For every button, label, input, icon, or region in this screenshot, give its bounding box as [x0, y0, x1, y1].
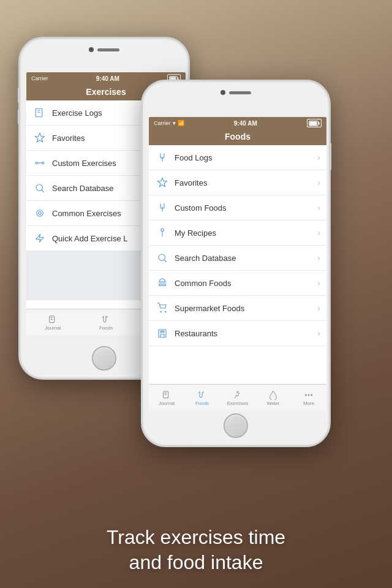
tab-journal-food[interactable]: Journal [149, 390, 184, 406]
building-icon [155, 326, 170, 341]
tab-more-food-label: More [303, 401, 314, 406]
lightning-icon [32, 231, 47, 246]
svg-rect-9 [42, 162, 44, 164]
search-icon-food [155, 251, 170, 265]
common-foods-label: Common Foods [175, 279, 317, 288]
chevron-favorites-food: › [317, 178, 320, 187]
favorites-food-label: Favorites [175, 178, 317, 187]
tab-water-food-label: Water [266, 401, 279, 406]
svg-point-36 [237, 391, 239, 393]
svg-rect-20 [310, 121, 317, 125]
svg-point-24 [161, 228, 164, 232]
promo-line2: and food intake [129, 551, 263, 573]
chevron-supermarket: › [317, 303, 320, 313]
carrier-back: Carrier [31, 75, 48, 81]
svg-point-28 [160, 311, 162, 312]
chevron-my-recipes: › [317, 228, 320, 238]
restaurants-label: Restaurants [175, 329, 317, 338]
svg-line-11 [42, 190, 44, 192]
svg-marker-22 [158, 178, 167, 187]
svg-point-38 [308, 394, 309, 396]
tab-foods-ex-label: Foods [99, 325, 113, 331]
tab-foods-ex[interactable]: Foods [80, 315, 133, 331]
svg-line-27 [164, 260, 167, 262]
status-bar-front: Carrier ▾ 📶 9:40 AM [149, 117, 326, 128]
svg-point-26 [159, 254, 165, 261]
time-front: 9:40 AM [234, 120, 257, 127]
svg-point-39 [311, 394, 312, 396]
phone-foods: Carrier ▾ 📶 9:40 AM Foods [141, 80, 331, 447]
search-icon-ex [32, 181, 47, 195]
fork2-icon [155, 200, 170, 215]
chevron-restaurants: › [317, 328, 320, 338]
list-item-custom-foods[interactable]: Custom Foods › [149, 195, 326, 221]
tab-water-food[interactable]: Water [255, 390, 291, 406]
svg-rect-31 [160, 331, 162, 332]
list-item-common-foods[interactable]: Common Foods › [149, 271, 326, 296]
nav-title-foods: Foods [225, 132, 251, 141]
battery-front [307, 119, 322, 127]
tab-exercises-food[interactable]: Exercises [220, 390, 255, 406]
chevron-search-db: › [317, 253, 320, 263]
tab-journal-food-label: Journal [159, 401, 175, 406]
nav-title-exercises: Exercises [86, 87, 126, 97]
tab-foods-food[interactable]: Foods [184, 390, 220, 406]
tab-exercises-food-label: Exercises [227, 401, 249, 406]
list-item-supermarket[interactable]: Supermarket Foods › [149, 296, 326, 321]
journal-icon [32, 105, 47, 120]
list-item-favorites-food[interactable]: Favorites › [149, 170, 326, 195]
time-back: 9:40 AM [96, 75, 119, 82]
burger-icon [155, 276, 170, 290]
star-icon-food [155, 175, 170, 190]
list-item-my-recipes[interactable]: My Recipes › [149, 221, 326, 246]
nav-header-foods: Foods [149, 128, 326, 145]
svg-point-13 [39, 212, 42, 215]
promo-line1: Track exercises time [107, 526, 285, 548]
svg-point-29 [165, 311, 167, 312]
list-item-food-logs[interactable]: Food Logs › [149, 145, 326, 170]
screen-foods: Carrier ▾ 📶 9:40 AM Foods [149, 117, 326, 411]
svg-marker-6 [36, 134, 45, 142]
list-item-search-database[interactable]: Search Database › [149, 246, 326, 271]
tab-bar-foods: Journal Foods Exercises Water More [149, 384, 326, 411]
my-recipes-label: My Recipes [175, 228, 317, 238]
circle-icon-ex [32, 206, 47, 221]
home-button-front[interactable] [224, 413, 248, 438]
custom-foods-label: Custom Foods [175, 203, 317, 213]
spoon-icon [155, 225, 170, 240]
svg-rect-8 [36, 162, 37, 164]
camera-front [221, 90, 251, 95]
svg-point-37 [305, 394, 306, 396]
svg-rect-30 [159, 330, 166, 337]
fork-icon [155, 150, 170, 165]
camera-back [89, 47, 119, 52]
tab-journal-ex-label: Journal [45, 325, 61, 331]
star-icon-ex [32, 130, 47, 145]
svg-rect-32 [163, 331, 164, 332]
promo-text: Track exercises time and food intake [0, 525, 392, 576]
svg-point-12 [37, 210, 43, 217]
list-item-restaurants[interactable]: Restaurants › [149, 321, 326, 346]
supermarket-label: Supermarket Foods [175, 304, 317, 313]
tab-more-food[interactable]: More [291, 390, 326, 406]
chevron-food-logs: › [317, 153, 320, 162]
tab-journal-ex[interactable]: Journal [26, 315, 80, 331]
svg-rect-3 [36, 108, 42, 117]
dumbbell-icon [32, 156, 47, 170]
tab-foods-food-label: Foods [195, 401, 209, 406]
svg-rect-19 [318, 122, 320, 124]
food-logs-label: Food Logs [175, 153, 317, 162]
chevron-common-foods: › [317, 278, 320, 288]
search-database-label: Search Database [175, 254, 317, 263]
carrier-front: Carrier [154, 120, 171, 126]
cart-icon [155, 301, 170, 315]
chevron-custom-foods: › [317, 203, 320, 213]
home-button-back[interactable] [92, 346, 116, 371]
svg-point-10 [36, 184, 43, 191]
